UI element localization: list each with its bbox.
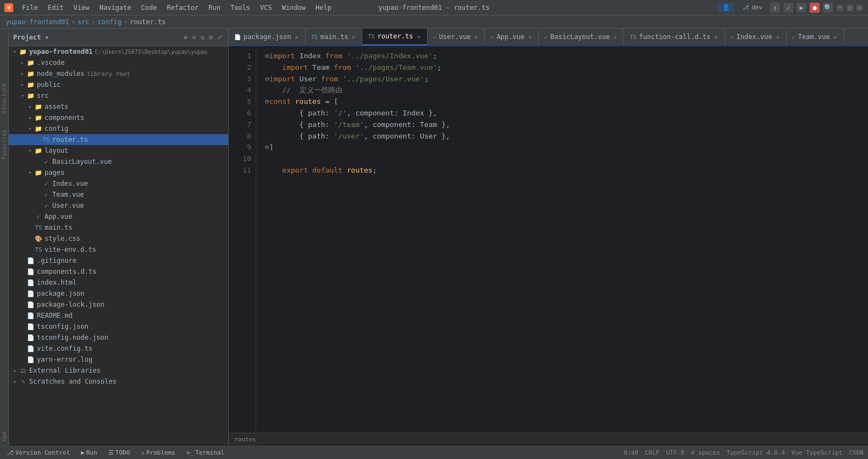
tab-package-json[interactable]: 📄 package.json ✕ (229, 29, 306, 46)
tree-item-components[interactable]: ▸ 📁 components (9, 112, 228, 123)
tree-item-node-modules[interactable]: ▸ 📁 node_modules library root (9, 68, 228, 79)
tree-item-src[interactable]: ▾ 📁 src (9, 90, 228, 101)
collapse-icon[interactable]: ≡ (191, 32, 197, 42)
terminal-button[interactable]: >_ Terminal (184, 449, 226, 457)
profile-button[interactable]: 👤 (718, 3, 734, 12)
tree-item-public[interactable]: ▸ 📁 public (9, 79, 228, 90)
vue-typescript-label[interactable]: Vue TypeScript (792, 449, 843, 456)
tab-basiclayout-vue[interactable]: ✓ BasicLayout.vue ✕ (539, 29, 624, 46)
vcs-update-icon[interactable]: ↕ (770, 3, 780, 13)
package-json-arrow (19, 290, 26, 297)
basiclayout-tab-label: BasicLayout.vue (550, 33, 610, 41)
maximize-button[interactable]: □ (846, 4, 854, 12)
breadcrumb-project[interactable]: yupao-frontend01 (5, 18, 69, 26)
menu-window[interactable]: Window (278, 3, 310, 13)
tree-item-assets[interactable]: ▸ 📁 assets (9, 101, 228, 112)
breadcrumb-src[interactable]: src (78, 18, 90, 26)
menu-help[interactable]: Help (311, 3, 336, 13)
tree-item-components-d-ts[interactable]: 📄 components.d.ts (9, 266, 228, 277)
menu-file[interactable]: File (18, 3, 42, 13)
tab-user-vue[interactable]: ✓ User.vue ✕ (428, 29, 485, 46)
tree-item-vscode[interactable]: ▸ 📁 .vscode (9, 57, 228, 68)
menu-vcs[interactable]: VCS (256, 3, 277, 13)
tab-team-vue[interactable]: ✓ Team.vue ✕ (787, 29, 844, 46)
tab-main-ts[interactable]: TS main.ts ✕ (306, 29, 363, 46)
tree-root[interactable]: ▾ 📁 yupao-frontend01 C:\Users\25073\Desk… (9, 46, 228, 57)
tree-item-yarn-error-log[interactable]: 📄 yarn-error.log (9, 354, 228, 365)
tree-item-external-libraries[interactable]: ▸ 🗂 External Libraries (9, 365, 228, 376)
todo-button[interactable]: ☰ TODO (106, 449, 132, 457)
tree-item-app-vue[interactable]: ✓ App.vue (9, 211, 228, 222)
menu-view[interactable]: View (69, 3, 94, 13)
tree-item-config[interactable]: ▾ 📁 config (9, 123, 228, 134)
menu-edit[interactable]: Edit (43, 3, 68, 13)
project-dropdown[interactable]: Project ▾ (13, 34, 49, 41)
function-call-tab-close[interactable]: ✕ (714, 34, 719, 41)
tree-item-vite-config[interactable]: 📄 vite.config.ts (9, 343, 228, 354)
structure-panel-label[interactable]: Structure (1, 84, 7, 113)
version-control-button[interactable]: ⎇ Version Control (4, 449, 72, 457)
tree-item-tsconfig-json[interactable]: 📄 tsconfig.json (9, 321, 228, 332)
menu-run[interactable]: Run (204, 3, 225, 13)
tab-index-vue[interactable]: ✓ Index.vue ✕ (725, 29, 787, 46)
tree-item-gitignore[interactable]: 📄 .gitignore (9, 255, 228, 266)
tree-item-pages[interactable]: ▾ 📁 pages (9, 167, 228, 178)
branch-button[interactable]: ⎇ dev (738, 3, 767, 12)
tree-item-layout[interactable]: ▾ 📁 layout (9, 145, 228, 156)
minimize-button[interactable]: ─ (836, 4, 844, 12)
tree-item-router-ts[interactable]: TS router.ts (9, 134, 228, 145)
favorites-panel-label[interactable]: Favorites (1, 130, 7, 159)
menu-code[interactable]: Code (137, 3, 162, 13)
expand-icon[interactable]: ⤢ (216, 32, 224, 42)
tree-item-style-css[interactable]: 🎨 style.css (9, 233, 228, 244)
sort-icon[interactable]: ⇅ (200, 32, 206, 42)
tree-item-team-vue[interactable]: ✓ Team.vue (9, 189, 228, 200)
indent[interactable]: 4 spaces (691, 449, 720, 456)
breadcrumb-config[interactable]: config (98, 18, 121, 26)
tab-function-call-d-ts[interactable]: TS function-call.d.ts ✕ (624, 29, 725, 46)
locate-icon[interactable]: ⊕ (183, 32, 189, 42)
tree-item-basiclayout[interactable]: ✓ BasicLayout.vue (9, 156, 228, 167)
encoding[interactable]: UTF-8 (666, 449, 684, 456)
tree-item-package-lock-json[interactable]: 📄 package-lock.json (9, 299, 228, 310)
cursor-position[interactable]: 8:40 (624, 449, 639, 456)
settings-icon[interactable]: ⚙ (208, 32, 214, 42)
tree-item-package-json[interactable]: 📄 package.json (9, 288, 228, 299)
basiclayout-tab-close[interactable]: ✕ (612, 34, 618, 41)
basiclayout-arrow (34, 158, 42, 165)
router-ts-tab-close[interactable]: ✕ (416, 33, 421, 40)
tree-item-user-vue[interactable]: ✓ User.vue (9, 200, 228, 211)
problems-button[interactable]: ⚠ Problems (139, 449, 178, 457)
commit-icon[interactable]: ✓ (783, 3, 793, 13)
app-vue-tab-close[interactable]: ✕ (527, 34, 533, 41)
package-json-tab-close[interactable]: ✕ (294, 34, 300, 41)
index-vue-tab-close[interactable]: ✕ (775, 34, 781, 41)
code-view[interactable]: ⊖import Index from '../pages/Index.vue';… (256, 46, 868, 433)
record-icon[interactable]: ● (810, 3, 820, 13)
tree-item-index-html[interactable]: 📄 index.html (9, 277, 228, 288)
tree-item-index-vue[interactable]: ✓ Index.vue (9, 178, 228, 189)
push-icon[interactable]: ▶ (797, 3, 806, 13)
user-vue-tab-close[interactable]: ✕ (473, 34, 479, 41)
run-button[interactable]: ▶ Run (79, 449, 99, 457)
tree-item-main-ts[interactable]: TS main.ts (9, 222, 228, 233)
tab-app-vue[interactable]: ✓ App.vue ✕ (485, 29, 539, 46)
line-ending[interactable]: CRLF (645, 449, 660, 456)
terminal-icon: >_ (186, 449, 193, 456)
search-icon[interactable]: 🔍 (823, 3, 833, 13)
menu-refactor[interactable]: Refactor (162, 3, 203, 13)
tree-item-readme-md[interactable]: 📄 README.md (9, 310, 228, 321)
src-arrow: ▾ (19, 92, 26, 99)
tree-item-tsconfig-node-json[interactable]: 📄 tsconfig.node.json (9, 332, 228, 343)
typescript-version[interactable]: TypeScript 4.8.4 (727, 449, 785, 456)
team-vue-tab-close[interactable]: ✕ (832, 34, 838, 41)
tab-router-ts[interactable]: TS router.ts ✕ (362, 29, 427, 46)
menu-tools[interactable]: Tools (226, 3, 255, 13)
code-editor: 📄 package.json ✕ TS main.ts ✕ TS router.… (229, 29, 868, 446)
tree-item-vite-env[interactable]: TS vite-env.d.ts (9, 244, 228, 255)
tree-item-scratches[interactable]: ▸ ✎ Scratches and Consoles (9, 376, 228, 387)
ext-lib-icon: 🗂 (19, 366, 27, 375)
menu-navigate[interactable]: Navigate (95, 3, 136, 13)
main-ts-tab-close[interactable]: ✕ (351, 34, 356, 41)
close-button[interactable]: ✕ (856, 4, 864, 12)
